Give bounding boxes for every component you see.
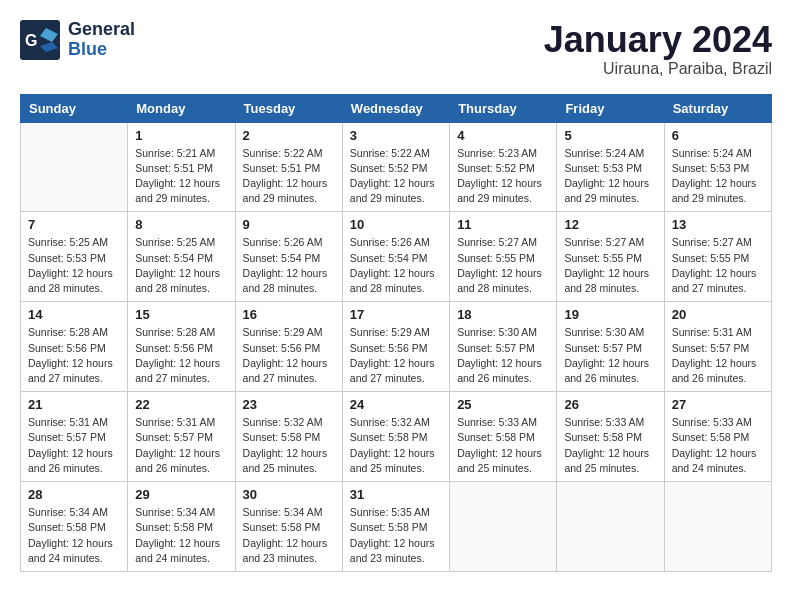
- week-row-4: 21Sunrise: 5:31 AMSunset: 5:57 PMDayligh…: [21, 392, 772, 482]
- week-row-5: 28Sunrise: 5:34 AMSunset: 5:58 PMDayligh…: [21, 482, 772, 572]
- day-number: 31: [350, 487, 442, 502]
- calendar-cell: 31Sunrise: 5:35 AMSunset: 5:58 PMDayligh…: [342, 482, 449, 572]
- day-number: 22: [135, 397, 227, 412]
- day-number: 14: [28, 307, 120, 322]
- calendar-cell: 25Sunrise: 5:33 AMSunset: 5:58 PMDayligh…: [450, 392, 557, 482]
- calendar-cell: 10Sunrise: 5:26 AMSunset: 5:54 PMDayligh…: [342, 212, 449, 302]
- day-detail: Sunrise: 5:31 AMSunset: 5:57 PMDaylight:…: [28, 415, 120, 476]
- day-number: 20: [672, 307, 764, 322]
- day-detail: Sunrise: 5:27 AMSunset: 5:55 PMDaylight:…: [672, 235, 764, 296]
- weekday-header-sunday: Sunday: [21, 94, 128, 122]
- calendar-cell: [450, 482, 557, 572]
- calendar-cell: 22Sunrise: 5:31 AMSunset: 5:57 PMDayligh…: [128, 392, 235, 482]
- calendar-cell: 30Sunrise: 5:34 AMSunset: 5:58 PMDayligh…: [235, 482, 342, 572]
- day-detail: Sunrise: 5:34 AMSunset: 5:58 PMDaylight:…: [28, 505, 120, 566]
- day-detail: Sunrise: 5:22 AMSunset: 5:51 PMDaylight:…: [243, 146, 335, 207]
- calendar-cell: 19Sunrise: 5:30 AMSunset: 5:57 PMDayligh…: [557, 302, 664, 392]
- calendar-cell: 15Sunrise: 5:28 AMSunset: 5:56 PMDayligh…: [128, 302, 235, 392]
- day-detail: Sunrise: 5:34 AMSunset: 5:58 PMDaylight:…: [135, 505, 227, 566]
- day-number: 24: [350, 397, 442, 412]
- day-number: 18: [457, 307, 549, 322]
- week-row-1: 1Sunrise: 5:21 AMSunset: 5:51 PMDaylight…: [21, 122, 772, 212]
- day-detail: Sunrise: 5:26 AMSunset: 5:54 PMDaylight:…: [350, 235, 442, 296]
- calendar-cell: 20Sunrise: 5:31 AMSunset: 5:57 PMDayligh…: [664, 302, 771, 392]
- calendar-cell: 26Sunrise: 5:33 AMSunset: 5:58 PMDayligh…: [557, 392, 664, 482]
- day-detail: Sunrise: 5:21 AMSunset: 5:51 PMDaylight:…: [135, 146, 227, 207]
- day-number: 13: [672, 217, 764, 232]
- calendar-cell: 7Sunrise: 5:25 AMSunset: 5:53 PMDaylight…: [21, 212, 128, 302]
- calendar-cell: 11Sunrise: 5:27 AMSunset: 5:55 PMDayligh…: [450, 212, 557, 302]
- day-detail: Sunrise: 5:33 AMSunset: 5:58 PMDaylight:…: [457, 415, 549, 476]
- calendar-cell: 16Sunrise: 5:29 AMSunset: 5:56 PMDayligh…: [235, 302, 342, 392]
- weekday-header-wednesday: Wednesday: [342, 94, 449, 122]
- day-detail: Sunrise: 5:33 AMSunset: 5:58 PMDaylight:…: [672, 415, 764, 476]
- day-number: 4: [457, 128, 549, 143]
- day-number: 15: [135, 307, 227, 322]
- day-detail: Sunrise: 5:24 AMSunset: 5:53 PMDaylight:…: [672, 146, 764, 207]
- day-number: 26: [564, 397, 656, 412]
- day-detail: Sunrise: 5:34 AMSunset: 5:58 PMDaylight:…: [243, 505, 335, 566]
- day-number: 11: [457, 217, 549, 232]
- calendar-cell: 18Sunrise: 5:30 AMSunset: 5:57 PMDayligh…: [450, 302, 557, 392]
- calendar-cell: 27Sunrise: 5:33 AMSunset: 5:58 PMDayligh…: [664, 392, 771, 482]
- title-block: January 2024 Uirauna, Paraiba, Brazil: [544, 20, 772, 78]
- calendar-cell: [557, 482, 664, 572]
- day-detail: Sunrise: 5:25 AMSunset: 5:54 PMDaylight:…: [135, 235, 227, 296]
- day-detail: Sunrise: 5:31 AMSunset: 5:57 PMDaylight:…: [672, 325, 764, 386]
- day-detail: Sunrise: 5:25 AMSunset: 5:53 PMDaylight:…: [28, 235, 120, 296]
- day-detail: Sunrise: 5:35 AMSunset: 5:58 PMDaylight:…: [350, 505, 442, 566]
- calendar-cell: 2Sunrise: 5:22 AMSunset: 5:51 PMDaylight…: [235, 122, 342, 212]
- calendar-cell: 1Sunrise: 5:21 AMSunset: 5:51 PMDaylight…: [128, 122, 235, 212]
- svg-text:G: G: [25, 32, 37, 49]
- day-number: 7: [28, 217, 120, 232]
- day-detail: Sunrise: 5:32 AMSunset: 5:58 PMDaylight:…: [243, 415, 335, 476]
- day-number: 28: [28, 487, 120, 502]
- weekday-header-monday: Monday: [128, 94, 235, 122]
- week-row-3: 14Sunrise: 5:28 AMSunset: 5:56 PMDayligh…: [21, 302, 772, 392]
- day-detail: Sunrise: 5:22 AMSunset: 5:52 PMDaylight:…: [350, 146, 442, 207]
- day-number: 29: [135, 487, 227, 502]
- page-header: G General Blue January 2024 Uirauna, Par…: [20, 20, 772, 78]
- day-detail: Sunrise: 5:28 AMSunset: 5:56 PMDaylight:…: [135, 325, 227, 386]
- weekday-header-row: SundayMondayTuesdayWednesdayThursdayFrid…: [21, 94, 772, 122]
- calendar-cell: 14Sunrise: 5:28 AMSunset: 5:56 PMDayligh…: [21, 302, 128, 392]
- day-number: 27: [672, 397, 764, 412]
- calendar-cell: 6Sunrise: 5:24 AMSunset: 5:53 PMDaylight…: [664, 122, 771, 212]
- day-number: 16: [243, 307, 335, 322]
- weekday-header-friday: Friday: [557, 94, 664, 122]
- weekday-header-saturday: Saturday: [664, 94, 771, 122]
- calendar-table: SundayMondayTuesdayWednesdayThursdayFrid…: [20, 94, 772, 572]
- day-detail: Sunrise: 5:31 AMSunset: 5:57 PMDaylight:…: [135, 415, 227, 476]
- day-number: 9: [243, 217, 335, 232]
- week-row-2: 7Sunrise: 5:25 AMSunset: 5:53 PMDaylight…: [21, 212, 772, 302]
- day-detail: Sunrise: 5:30 AMSunset: 5:57 PMDaylight:…: [564, 325, 656, 386]
- day-number: 2: [243, 128, 335, 143]
- calendar-cell: 3Sunrise: 5:22 AMSunset: 5:52 PMDaylight…: [342, 122, 449, 212]
- month-title: January 2024: [544, 20, 772, 60]
- day-number: 19: [564, 307, 656, 322]
- day-number: 8: [135, 217, 227, 232]
- day-number: 10: [350, 217, 442, 232]
- location: Uirauna, Paraiba, Brazil: [544, 60, 772, 78]
- logo-icon: G: [20, 20, 60, 60]
- calendar-cell: [664, 482, 771, 572]
- day-number: 21: [28, 397, 120, 412]
- day-detail: Sunrise: 5:27 AMSunset: 5:55 PMDaylight:…: [457, 235, 549, 296]
- calendar-cell: 17Sunrise: 5:29 AMSunset: 5:56 PMDayligh…: [342, 302, 449, 392]
- calendar-cell: 23Sunrise: 5:32 AMSunset: 5:58 PMDayligh…: [235, 392, 342, 482]
- day-detail: Sunrise: 5:26 AMSunset: 5:54 PMDaylight:…: [243, 235, 335, 296]
- day-number: 5: [564, 128, 656, 143]
- calendar-cell: 13Sunrise: 5:27 AMSunset: 5:55 PMDayligh…: [664, 212, 771, 302]
- day-number: 12: [564, 217, 656, 232]
- day-detail: Sunrise: 5:23 AMSunset: 5:52 PMDaylight:…: [457, 146, 549, 207]
- calendar-cell: 21Sunrise: 5:31 AMSunset: 5:57 PMDayligh…: [21, 392, 128, 482]
- day-detail: Sunrise: 5:29 AMSunset: 5:56 PMDaylight:…: [243, 325, 335, 386]
- calendar-cell: 24Sunrise: 5:32 AMSunset: 5:58 PMDayligh…: [342, 392, 449, 482]
- day-detail: Sunrise: 5:30 AMSunset: 5:57 PMDaylight:…: [457, 325, 549, 386]
- logo: G General Blue: [20, 20, 135, 60]
- day-number: 23: [243, 397, 335, 412]
- day-number: 1: [135, 128, 227, 143]
- day-detail: Sunrise: 5:32 AMSunset: 5:58 PMDaylight:…: [350, 415, 442, 476]
- day-detail: Sunrise: 5:29 AMSunset: 5:56 PMDaylight:…: [350, 325, 442, 386]
- calendar-cell: 28Sunrise: 5:34 AMSunset: 5:58 PMDayligh…: [21, 482, 128, 572]
